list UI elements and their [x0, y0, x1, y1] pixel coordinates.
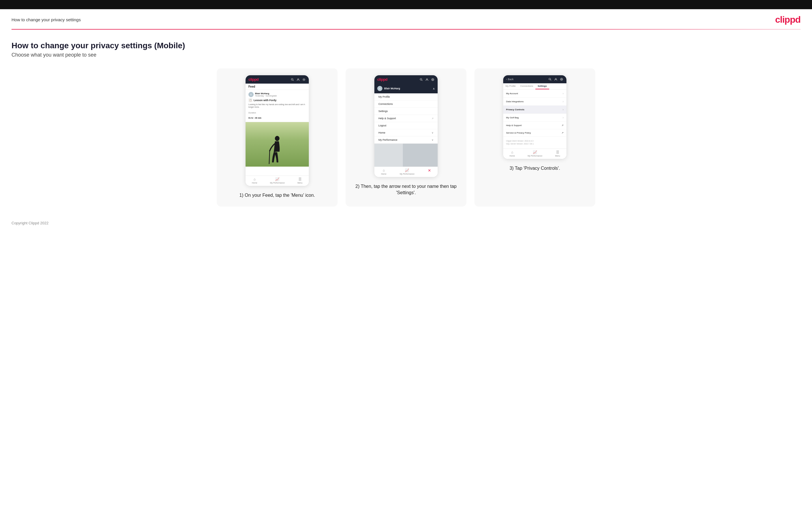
page-footer: Copyright Clippd 2022 — [0, 212, 812, 232]
dim-overlay — [403, 144, 438, 167]
svg-point-8 — [426, 78, 427, 79]
menu-item-logout[interactable]: Logout — [374, 122, 438, 129]
user-icon[interactable] — [296, 77, 300, 81]
menu-nav-item[interactable]: ☰ Menu — [297, 177, 303, 184]
settings-label: Settings — [378, 110, 388, 113]
duration-label: Duration — [248, 112, 256, 114]
settings-icon[interactable] — [302, 77, 306, 81]
steps-container: clippd — [11, 68, 801, 207]
page-subheading: Choose what you want people to see — [11, 52, 801, 58]
phone-2-bottom-nav: ⌂ Home 📈 My Performance ✕ — [374, 167, 438, 177]
performance-section-label: My Performance — [378, 138, 397, 141]
tab-settings[interactable]: Settings — [536, 83, 549, 89]
home-nav-item-2[interactable]: ⌂ Home — [381, 168, 387, 175]
header-title: How to change your privacy settings — [11, 17, 81, 22]
search-icon-2[interactable] — [419, 77, 423, 81]
home-label-2: Home — [381, 173, 387, 175]
external-link-icon: ↗ — [432, 117, 434, 120]
dimmed-area — [374, 144, 438, 167]
menu-user-name: Blair McHarg — [384, 87, 400, 90]
feed-location: Yesterday · Sunningdale — [255, 95, 277, 97]
settings-tabs: My Profile Connections Settings — [503, 83, 566, 90]
data-integrations-label: Data Integrations — [506, 100, 523, 103]
phone-1-nav: clippd — [246, 75, 309, 83]
home-icon-3: ⌂ — [511, 150, 513, 154]
user-icon-2[interactable] — [425, 77, 429, 81]
step-3-card: ‹ Back — [474, 68, 595, 207]
copyright: Copyright Clippd 2022 — [11, 221, 49, 225]
feed-item: B Blair McHarg Yesterday · Sunningdale 📋… — [246, 90, 309, 122]
client-version: Clippd Client Version: 2022.8.3-3 — [506, 139, 564, 143]
performance-nav-item-3[interactable]: 📈 My Performance — [527, 150, 542, 157]
settings-footer: Clippd Client Version: 2022.8.3-3 GQL Se… — [503, 137, 566, 149]
menu-user-row[interactable]: B Blair McHarg ∧ — [374, 83, 438, 93]
user-icon-3[interactable] — [554, 77, 558, 81]
header: How to change your privacy settings clip… — [0, 9, 812, 25]
step-2-caption: 2) Then, tap the arrow next to your name… — [353, 183, 459, 196]
menu-item-help[interactable]: Help & Support ↗ — [374, 115, 438, 122]
settings-item-dataint[interactable]: Data Integrations › — [503, 98, 566, 106]
menu-item-myprofile[interactable]: My Profile — [374, 93, 438, 101]
service-privacy-label: Service & Privacy Policy — [506, 131, 531, 134]
menu-section-home[interactable]: Home ∨ — [374, 129, 438, 136]
phone-1-bottom-nav: ⌂ Home 📈 My Performance ☰ Menu — [246, 175, 309, 186]
close-icon: ✕ — [428, 168, 431, 173]
step-3-phone: ‹ Back — [503, 75, 566, 159]
chevron-up-icon[interactable]: ∧ — [433, 87, 435, 90]
my-profile-label: My Profile — [378, 95, 390, 98]
phone-3-bottom-nav: ⌂ Home 📈 My Performance ☰ Menu — [503, 149, 566, 159]
home-label: Home — [252, 182, 257, 184]
phone-1-logo: clippd — [248, 77, 258, 81]
home-nav-item-3[interactable]: ⌂ Home — [509, 150, 515, 157]
add-icon-2[interactable] — [431, 77, 435, 81]
settings-item-help[interactable]: Help & Support ↗ — [503, 122, 566, 129]
home-icon: ⌂ — [254, 177, 256, 181]
phone-3-icons — [548, 77, 564, 81]
feed-avatar: B — [248, 92, 254, 97]
settings-item-golfbag[interactable]: My Golf Bag › — [503, 114, 566, 122]
menu-label-3: Menu — [555, 155, 560, 157]
close-nav-item[interactable]: ✕ — [428, 168, 431, 175]
back-button[interactable]: ‹ Back — [506, 78, 513, 81]
menu-user-info: B Blair McHarg — [377, 86, 400, 91]
settings-item-myaccount[interactable]: My Account › — [503, 90, 566, 98]
home-nav-item[interactable]: ⌂ Home — [252, 177, 257, 184]
settings-item-privacy[interactable]: Privacy Controls › — [503, 106, 566, 114]
my-account-label: My Account — [506, 92, 518, 95]
back-label: Back — [508, 78, 513, 81]
svg-point-14 — [555, 78, 556, 79]
tab-connections[interactable]: Connections — [518, 83, 536, 89]
ext-link-help-icon: ↗ — [562, 124, 564, 127]
menu-icon: ☰ — [299, 177, 302, 181]
server-version: GQL Server Version: 2022.7.30-1 — [506, 143, 564, 145]
menu-item-connections[interactable]: Connections — [374, 101, 438, 108]
phone-2-logo: clippd — [377, 77, 387, 81]
performance-nav-item-2[interactable]: 📈 My Performance — [400, 168, 414, 175]
svg-line-13 — [551, 80, 552, 81]
search-icon[interactable] — [291, 77, 295, 81]
menu-items-list: My Profile Connections Settings Help & S… — [374, 93, 438, 144]
add-icon-3[interactable] — [560, 77, 564, 81]
phone-2-nav: clippd — [374, 75, 438, 83]
performance-nav-item[interactable]: 📈 My Performance — [270, 177, 285, 184]
lesson-icon: 📋 — [248, 98, 252, 102]
menu-nav-item-3[interactable]: ☰ Menu — [555, 150, 560, 157]
page-heading: How to change your privacy settings (Mob… — [11, 41, 801, 50]
privacy-controls-label: Privacy Controls — [506, 108, 524, 111]
settings-back-bar: ‹ Back — [503, 75, 566, 83]
ext-link-service-icon: ↗ — [562, 131, 564, 134]
search-icon-3[interactable] — [548, 77, 552, 81]
menu-avatar: B — [377, 86, 383, 91]
feed-desc: Looking to feel like my hands are exitin… — [248, 103, 306, 108]
help-support-label: Help & Support — [506, 124, 521, 127]
tab-my-profile[interactable]: My Profile — [503, 83, 518, 89]
top-bar — [0, 0, 812, 9]
phone-1-icons — [291, 77, 306, 81]
svg-point-12 — [549, 78, 551, 80]
home-section-arrow: ∨ — [432, 131, 434, 134]
menu-section-performance[interactable]: My Performance ∨ — [374, 136, 438, 144]
settings-item-service[interactable]: Service & Privacy Policy ↗ — [503, 129, 566, 137]
svg-point-2 — [298, 78, 299, 79]
menu-item-settings[interactable]: Settings — [374, 108, 438, 115]
arrow-icon-myaccount: › — [563, 92, 564, 95]
